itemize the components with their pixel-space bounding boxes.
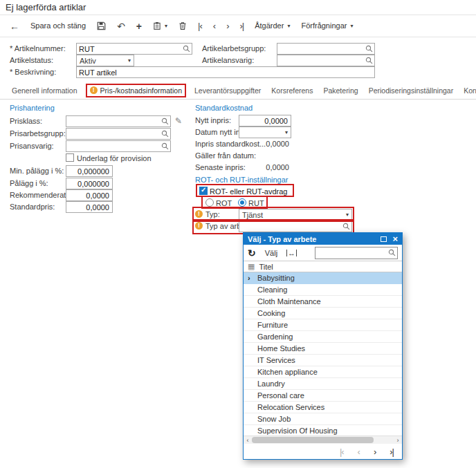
typ-av-arbete-input[interactable] (239, 221, 342, 232)
first-page-icon[interactable]: |‹ (340, 447, 344, 457)
next-record-icon[interactable]: › (226, 21, 228, 30)
rekommenderat-input[interactable] (66, 189, 113, 201)
first-record-icon[interactable]: |‹ (198, 21, 202, 30)
select-button[interactable]: Välj (265, 249, 277, 257)
list-item[interactable]: Relocation Services (244, 402, 402, 413)
previous-page-icon[interactable]: ‹ (358, 447, 360, 457)
prisarbetsgrupp-field[interactable] (66, 128, 171, 140)
column-header-titel[interactable]: Titel (259, 263, 273, 271)
main-toolbar: ← Spara och stäng ↶ + ▾ |‹ ‹ › ›| Åtgärd… (0, 15, 476, 37)
provision-checkbox[interactable] (66, 153, 74, 162)
search-icon[interactable] (365, 45, 373, 53)
list-item[interactable]: Kitchen appliance (244, 366, 402, 378)
scrollbar-track[interactable] (252, 436, 394, 444)
artikelstatus-select[interactable]: Aktiv ▾ (76, 55, 134, 66)
rot-radio[interactable] (205, 198, 214, 207)
tab-leverantorsuppgifter[interactable]: Leverantörsuppgifter (192, 85, 263, 96)
last-record-icon[interactable]: ›| (239, 21, 244, 30)
list-item[interactable]: Home Studies (244, 343, 402, 355)
tab-kontolista[interactable]: Kontolista (461, 85, 476, 96)
search-icon[interactable] (388, 249, 396, 256)
scroll-left-icon[interactable]: ‹ (244, 436, 252, 444)
prisansvarig-input[interactable] (66, 141, 161, 151)
tab-pris-kostnadsinformation[interactable]: ! Pris-/kostnadsinformation (86, 84, 186, 97)
fit-width-icon[interactable]: ↔ (286, 250, 297, 256)
nytt-inpris-input[interactable] (239, 115, 291, 127)
copy-paste-icon[interactable]: ▾ (153, 21, 167, 30)
list-item-selected[interactable]: › Babysitting (244, 272, 402, 284)
prisansvarig-field[interactable] (66, 140, 171, 152)
list-item[interactable]: Personal care (244, 390, 402, 402)
search-icon[interactable] (161, 142, 169, 150)
list-item[interactable]: Laundry (244, 378, 402, 390)
typ-av-arbete-field[interactable] (239, 221, 352, 232)
artikelarbetsgrupp-input[interactable] (277, 44, 365, 54)
maximize-icon[interactable] (381, 236, 387, 242)
scrollbar-thumb[interactable] (252, 437, 374, 443)
prisarbetsgrupp-input[interactable] (66, 129, 161, 139)
artikelansvarig-input[interactable] (277, 55, 365, 66)
search-icon[interactable] (161, 130, 169, 138)
artikelansvarig-label: Artikelansvarig: (202, 56, 254, 64)
last-page-icon[interactable]: ›| (390, 447, 394, 457)
standardkostnad-section: Standardkostnad Nytt inpris: Datum nytt … (187, 104, 394, 242)
beskrivning-input[interactable] (76, 66, 375, 78)
tab-generell-information[interactable]: Generell information (10, 85, 80, 96)
list-item[interactable]: Cleaning (244, 284, 402, 296)
previous-record-icon[interactable]: ‹ (213, 21, 215, 30)
list-item[interactable]: IT Services (244, 355, 402, 366)
dialog-search-field[interactable] (315, 247, 398, 259)
palagg-label: Pålägg i %: (10, 179, 48, 187)
back-icon[interactable]: ← (10, 21, 19, 31)
rot-rut-avdrag-checkbox[interactable]: ✓ (199, 187, 208, 195)
list-item[interactable]: Cooking (244, 308, 402, 319)
search-icon[interactable] (183, 45, 190, 53)
delete-icon[interactable] (178, 21, 187, 30)
artikelarbetsgrupp-field[interactable] (277, 43, 375, 55)
result-list: › Babysitting Cleaning Cloth Maintenance… (244, 272, 402, 436)
scroll-right-icon[interactable]: › (394, 436, 402, 444)
edit-pencil-icon[interactable]: ✎ (175, 116, 182, 126)
tab-periodiseringsinstallningar[interactable]: Periodiseringsinställningar (367, 85, 456, 96)
tab-korsreferens[interactable]: Korsreferens (269, 85, 315, 96)
next-page-icon[interactable]: › (374, 447, 376, 457)
artikelansvarig-field[interactable] (277, 55, 375, 66)
close-icon[interactable]: × (392, 234, 398, 243)
search-icon[interactable] (342, 223, 350, 230)
app-window: Ej lagerförda artiklar ← Spara och stäng… (0, 0, 476, 468)
tab-paketering[interactable]: Paketering (321, 85, 360, 96)
search-icon[interactable] (365, 57, 373, 64)
prisklass-field[interactable] (66, 115, 171, 127)
inpris-standardkost-value: 0,0000 (239, 140, 289, 148)
list-item[interactable]: Supervision Of Housing (244, 425, 402, 436)
refresh-icon[interactable]: ↻ (248, 247, 256, 259)
undo-icon[interactable]: ↶ (117, 21, 125, 31)
chevron-down-icon: ▾ (285, 129, 288, 135)
save-and-close-button[interactable]: Spara och stäng (30, 22, 86, 30)
prisansvarig-label: Prisansvarig: (10, 142, 54, 150)
typ-select[interactable]: Tjänst ▾ (239, 209, 352, 221)
prisklass-input[interactable] (66, 116, 161, 127)
standardpris-input[interactable] (66, 201, 113, 213)
horizontal-scrollbar[interactable]: ‹ › (244, 436, 402, 444)
dialog-titlebar[interactable]: Välj - Typ av arbete × (244, 233, 402, 245)
rut-radio[interactable] (238, 198, 246, 207)
datum-nytt-inpris-select[interactable]: ▾ (239, 127, 291, 138)
actions-menu-button[interactable]: Åtgärder ▾ (255, 22, 290, 30)
list-item[interactable]: Gardening (244, 331, 402, 343)
search-icon[interactable] (161, 118, 169, 125)
min-palagg-input[interactable] (66, 165, 113, 177)
artikelnummer-input[interactable] (77, 44, 183, 54)
save-icon[interactable] (97, 21, 106, 30)
list-item[interactable]: Snow Job (244, 413, 402, 425)
page-title: Ej lagerförda artiklar (0, 0, 476, 15)
list-item[interactable]: Cloth Maintenance (244, 296, 402, 308)
dialog-toolbar: ↻ Välj ↔ (244, 245, 402, 261)
chevron-down-icon: ▾ (165, 24, 167, 29)
inquiries-menu-button[interactable]: Förfrågningar ▾ (301, 22, 353, 30)
list-item[interactable]: Furniture (244, 319, 402, 331)
palagg-input[interactable] (66, 178, 113, 189)
artikelnummer-field[interactable] (76, 43, 192, 55)
add-icon[interactable]: + (136, 21, 142, 31)
dialog-search-input[interactable] (315, 249, 388, 257)
